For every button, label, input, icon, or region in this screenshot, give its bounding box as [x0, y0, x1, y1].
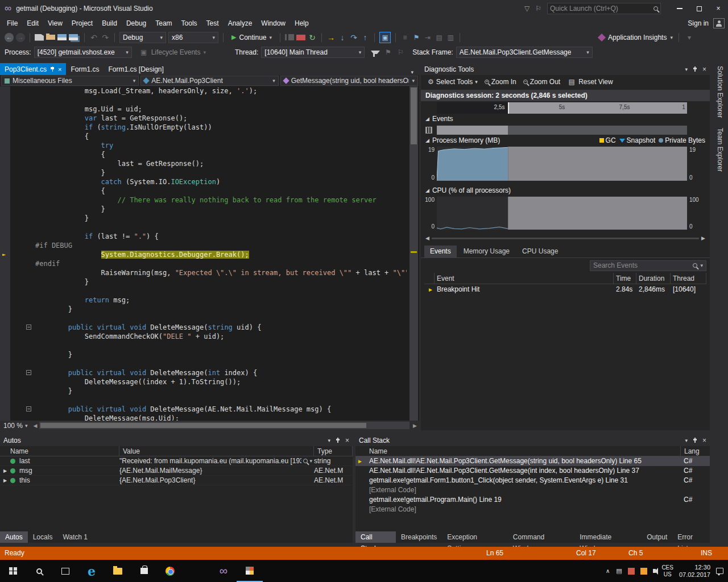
code-line-29[interactable] — [0, 341, 407, 350]
scroll-left-icon[interactable]: ◀ — [425, 235, 429, 241]
member-dropdown[interactable]: GetMessage(string uid, bool headersOn ▾ — [280, 76, 418, 86]
diagnostics-tab-memory-usage[interactable]: Memory Usage — [458, 246, 515, 257]
tab-locals[interactable]: Locals — [28, 531, 58, 543]
menu-window[interactable]: Window — [257, 17, 290, 30]
close-button[interactable]: × — [709, 0, 728, 17]
quick-launch-input[interactable] — [550, 5, 653, 13]
project-dropdown[interactable]: Miscellaneous Files ▾ — [1, 76, 139, 86]
tab-autos[interactable]: Autos — [0, 531, 28, 543]
step-into-icon[interactable]: ↓ — [338, 33, 347, 42]
code-line-28[interactable]: SendCommandCheckOK("DELE " + uid); — [0, 332, 407, 341]
code-line-25[interactable]: } — [0, 305, 407, 314]
pin-icon[interactable] — [50, 66, 55, 72]
edge-button[interactable]: e — [78, 560, 105, 582]
document-tab-3[interactable]: Form1.cs [Design] — [104, 63, 168, 75]
timeline-ruler[interactable]: 2,5s5s7,5s1 — [437, 102, 687, 114]
diagnostics-tab-cpu-usage[interactable]: CPU Usage — [516, 246, 564, 257]
document-tab-2[interactable]: Form1.cs — [66, 63, 104, 75]
new-file-icon[interactable] — [35, 34, 44, 41]
expand-icon[interactable]: ▶ — [0, 466, 10, 476]
zoom-dropdown[interactable]: 100 % ▾ — [0, 422, 31, 430]
tab-call-stack[interactable]: Call Stack — [355, 531, 396, 543]
code-line-32[interactable]: − public virtual void DeleteMessage(int … — [0, 368, 407, 377]
autos-column-value[interactable]: Value — [119, 446, 314, 456]
window-position-icon[interactable]: ▾ — [685, 66, 688, 72]
sidebar-tab-team-explorer[interactable]: Team Explorer — [716, 128, 724, 172]
autos-row-last[interactable]: last"Received: from mail.kupomania.eu (m… — [0, 456, 353, 466]
menu-debug[interactable]: Debug — [122, 17, 151, 30]
action-center-icon[interactable] — [716, 568, 723, 574]
navigate-forward-icon[interactable]: → — [16, 33, 25, 42]
stop-debugging-icon[interactable] — [296, 35, 305, 40]
events-filter-icon[interactable] — [425, 127, 432, 134]
code-line-30[interactable]: } — [0, 350, 407, 359]
uncomment-icon[interactable]: ▥ — [446, 33, 455, 42]
code-line-21[interactable]: RaiseWarning(msg, "Expected \".\" in str… — [0, 268, 407, 277]
magnifier-icon[interactable] — [303, 459, 308, 463]
menu-test[interactable]: Test — [202, 17, 224, 30]
timeline-selection-handle[interactable] — [508, 102, 509, 114]
chevron-down-icon[interactable]: ▾ — [309, 456, 312, 465]
file-explorer-button[interactable] — [105, 560, 131, 582]
chevron-down-icon[interactable]: ▾ — [700, 263, 703, 268]
chevron-down-icon[interactable]: ▾ — [670, 35, 673, 40]
start-button[interactable] — [0, 560, 26, 582]
reset-view-button[interactable]: ▤ Reset View — [565, 77, 615, 86]
code-line-14[interactable]: } — [0, 205, 407, 214]
chrome-button[interactable] — [157, 560, 183, 582]
tray-icon-1[interactable]: ▤ — [615, 568, 622, 575]
editor-vertical-scrollbar[interactable] — [410, 86, 418, 421]
sidebar-tab-solution-explorer[interactable]: Solution Explorer — [716, 66, 724, 118]
call-stack-frame-2[interactable]: AE.Net.Mail.dll!AE.Net.Mail.Pop3Client.G… — [355, 466, 710, 476]
call-stack-frame-4[interactable]: [External Code] — [355, 485, 710, 495]
collapse-region-icon[interactable]: − — [26, 370, 31, 375]
menu-build[interactable]: Build — [97, 17, 122, 30]
diagnostics-tab-events[interactable]: Events — [424, 246, 457, 257]
menu-project[interactable]: Project — [67, 17, 97, 30]
events-column-thread[interactable]: Thread — [671, 273, 706, 284]
tray-icon-2[interactable] — [628, 568, 635, 575]
collapse-region-icon[interactable]: − — [26, 406, 31, 411]
document-tab-1[interactable]: Pop3Client.cs× — [0, 63, 66, 75]
solution-platform-dropdown[interactable]: x86▾ — [168, 32, 218, 43]
autos-column-name[interactable]: Name — [0, 446, 119, 456]
events-section-header[interactable]: ◢ Events — [421, 114, 710, 124]
code-line-36[interactable]: − public virtual void DeleteMessage(AE.N… — [0, 405, 407, 414]
navigate-backward-icon[interactable]: ← — [5, 33, 14, 42]
editor-horizontal-scrollbar[interactable] — [39, 422, 410, 429]
visual-studio-taskbar-button[interactable]: ∞ — [210, 560, 237, 582]
code-line-17[interactable]: if (last != ".") { — [0, 232, 407, 241]
event-row-1[interactable]: ►Breakpoint Hit2.84s2,846ms[10640] — [424, 284, 706, 294]
lifecycle-events-label[interactable]: Lifecycle Events — [151, 48, 201, 56]
scrollbar-thumb[interactable] — [411, 88, 417, 144]
thread-dropdown[interactable]: [10640] Main Thread▾ — [261, 47, 365, 58]
sign-in-link[interactable]: Sign in — [688, 19, 709, 27]
tray-icon-3[interactable] — [640, 568, 647, 575]
restart-icon[interactable]: ↻ — [308, 33, 317, 42]
application-insights-label[interactable]: Application Insights — [608, 34, 667, 41]
code-line-20[interactable]: #endif — [0, 259, 407, 268]
menu-analyze[interactable]: Analyze — [224, 17, 257, 30]
user-account-icon[interactable] — [713, 18, 725, 28]
code-line-22[interactable]: } — [0, 277, 407, 286]
redo-icon[interactable]: ↷ — [101, 33, 110, 42]
break-all-icon[interactable] — [285, 34, 294, 40]
code-editor[interactable]: msg.Load(_Stream, headersOnly, size, '.'… — [0, 86, 419, 421]
task-view-button[interactable] — [52, 560, 78, 582]
call-stack-frame-1[interactable]: ►AE.Net.Mail.dll!AE.Net.Mail.Pop3Client.… — [355, 456, 710, 466]
type-dropdown[interactable]: AE.Net.Mail.Pop3Client ▾ — [140, 76, 278, 86]
events-column-event[interactable]: Event — [435, 273, 614, 284]
comment-icon[interactable]: ▤ — [435, 33, 444, 42]
code-line-23[interactable] — [0, 286, 407, 296]
continue-button[interactable]: ▶ Continue ▾ — [228, 32, 275, 43]
tab-command-window[interactable]: Command Window — [508, 531, 574, 543]
events-search-input[interactable] — [593, 261, 690, 269]
stack-frame-dropdown[interactable]: AE.Net.Mail.Pop3Client.GetMessage▾ — [456, 47, 593, 58]
code-line-15[interactable]: } — [0, 214, 407, 223]
open-file-icon[interactable] — [46, 35, 55, 40]
close-tab-icon[interactable]: × — [58, 66, 61, 73]
solution-configuration-dropdown[interactable]: Debug▾ — [119, 32, 166, 43]
toolbar-overflow-icon[interactable]: ▾ — [685, 33, 694, 42]
autos-row-msg[interactable]: ▶msg{AE.Net.Mail.MailMessage}AE.Net.M — [0, 466, 353, 476]
code-line-31[interactable] — [0, 359, 407, 368]
